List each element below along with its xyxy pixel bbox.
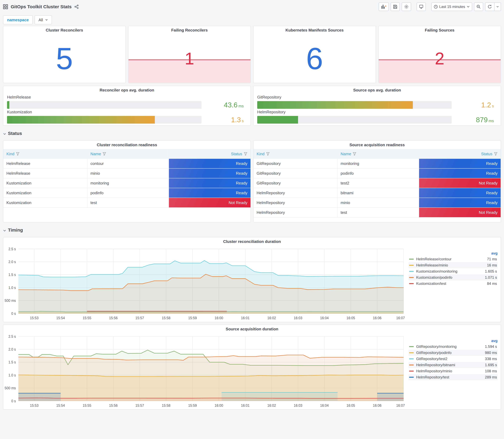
stat-panel: Kubernetes Manifests Sources6	[253, 26, 376, 83]
time-range-picker[interactable]: Last 15 minutes	[431, 2, 472, 11]
table-row: HelmReleaseminioReady	[3, 169, 250, 178]
legend-header: avg	[408, 251, 498, 256]
legend-series-avg: 71 ms	[478, 257, 497, 261]
gauge-rows: HelmRelease43.6msKustomization1.3s	[3, 95, 250, 124]
svg-text:500 ms: 500 ms	[5, 299, 16, 303]
bar-gauge-panel: Source ops avg. durationGitRepository1.2…	[253, 86, 501, 126]
chart-body: 0 s500 ms1.0 s1.5 s2.0 s2.5 s15:5315:541…	[3, 246, 501, 322]
gauge-panels-row: Reconciler ops avg. durationHelmRelease4…	[3, 86, 501, 126]
table-column-header[interactable]: Status	[419, 149, 501, 159]
chevron-down-icon	[45, 19, 48, 21]
svg-text:0 s: 0 s	[11, 399, 16, 403]
plot-area: 0 s500 ms1.0 s1.5 s2.0 s2.5 s15:5315:541…	[3, 246, 407, 322]
table-row: GitRepositorymonitoringReady	[254, 159, 501, 169]
column-header-label: Status	[231, 152, 242, 156]
legend-series-dash	[409, 365, 414, 366]
filter-funnel-icon[interactable]	[244, 152, 247, 156]
cell-name: test	[87, 198, 169, 207]
panel-title: Failing Reconcilers	[129, 26, 251, 34]
legend-item[interactable]: Kustomization/podinfo1.071 s	[408, 274, 498, 280]
gauge-value-number: 1.2	[481, 101, 491, 109]
status-badge: Ready	[419, 188, 501, 198]
legend-item[interactable]: HelmRelease/minio16 ms	[408, 262, 498, 268]
legend-series-dash	[409, 346, 414, 347]
namespace-variable-label[interactable]: namespace	[3, 15, 33, 24]
panel-title: Cluster Reconcilers	[3, 26, 125, 34]
svg-text:15:55: 15:55	[83, 316, 91, 320]
timeseries-panel: Cluster reconciliation duration0 s500 ms…	[3, 237, 501, 322]
cell-name: podinfo	[338, 169, 419, 178]
filter-funnel-icon[interactable]	[494, 152, 498, 156]
dashboard-grid-icon	[3, 4, 8, 9]
cell-kind: Kustomization	[3, 178, 87, 188]
namespace-variable-dropdown[interactable]: All	[35, 15, 52, 24]
legend-series-name: HelmRepository/test	[416, 375, 478, 379]
panel-title: Kubernetes Manifests Sources	[254, 26, 376, 34]
refresh-button[interactable]	[485, 2, 494, 11]
refresh-interval-dropdown[interactable]	[494, 2, 501, 11]
legend-item[interactable]: HelmRepository/test289 ms	[408, 374, 498, 380]
filter-funnel-icon[interactable]	[102, 152, 106, 156]
chart-body: 0 s500 ms1.0 s1.5 s2.0 s2.5 s15:5315:541…	[3, 333, 501, 409]
gauge-value-number: 879	[476, 116, 488, 124]
svg-text:16:07: 16:07	[396, 316, 405, 320]
svg-text:1.5 s: 1.5 s	[8, 273, 16, 277]
table-column-header[interactable]: Kind	[254, 149, 338, 159]
cell-name: test	[338, 208, 419, 217]
dashboard-settings-button[interactable]	[402, 2, 411, 11]
status-badge: Ready	[419, 159, 501, 168]
legend-series-name: HelmRelease/minio	[416, 263, 478, 267]
gauge-value-unit: ms	[489, 119, 494, 123]
table-column-header[interactable]: Name	[338, 149, 419, 159]
legend-item[interactable]: GitRepository/monitoring1.594 s	[408, 343, 498, 350]
filter-funnel-icon[interactable]	[353, 152, 356, 156]
cycle-view-button[interactable]	[417, 2, 426, 11]
table-row: HelmRepositorytestNot Ready	[254, 208, 501, 218]
table-column-header[interactable]: Name	[87, 149, 169, 159]
svg-text:2.0 s: 2.0 s	[8, 347, 16, 351]
toolbar: Last 15 minutes	[379, 2, 501, 11]
cell-name: bitnami	[338, 188, 419, 198]
filter-funnel-icon[interactable]	[16, 152, 20, 156]
add-panel-button[interactable]	[379, 2, 389, 11]
timeseries-svg[interactable]: 0 s500 ms1.0 s1.5 s2.0 s2.5 s15:5315:541…	[3, 333, 407, 409]
legend-series-name: GitRepository/monitoring	[416, 344, 478, 349]
status-badge: Ready	[169, 188, 250, 198]
legend-avg-header[interactable]: avg	[479, 339, 498, 343]
gauge-line: 1.2s	[257, 101, 497, 109]
cell-kind: GitRepository	[254, 178, 338, 188]
section-status[interactable]: Status	[3, 129, 501, 138]
legend-series-avg: 108 ms	[478, 369, 497, 373]
legend-item[interactable]: GitRepository/podinfo980 ms	[408, 350, 498, 356]
zoom-out-button[interactable]	[474, 2, 483, 11]
legend-avg-header[interactable]: avg	[479, 251, 498, 256]
table-column-header[interactable]: Status	[169, 149, 250, 159]
legend-item[interactable]: HelmRelease/contour71 ms	[408, 256, 498, 262]
stat-value: 2	[435, 50, 444, 67]
save-dashboard-button[interactable]	[391, 2, 400, 11]
gauge-value: 1.3s	[201, 116, 247, 124]
legend-series-avg: 980 ms	[478, 351, 497, 355]
svg-text:16:02: 16:02	[267, 403, 276, 407]
filter-funnel-icon[interactable]	[266, 152, 270, 156]
legend-item[interactable]: HelmRepository/minio108 ms	[408, 368, 498, 374]
legend-item[interactable]: HelmRepository/bitnami1.695 s	[408, 362, 498, 368]
legend-series-dash	[409, 352, 414, 353]
column-header-label: Name	[90, 152, 101, 156]
chart-legend: avgHelmRelease/contour71 msHelmRelease/m…	[407, 246, 501, 322]
svg-text:15:53: 15:53	[30, 403, 38, 407]
table-panel: Cluster reconciliation readinessKindName…	[3, 140, 251, 222]
share-icon[interactable]	[74, 5, 79, 9]
readiness-table: KindNameStatusGitRepositorymonitoringRea…	[254, 149, 501, 222]
table-row: KustomizationtestNot Ready	[3, 198, 250, 208]
timeseries-svg[interactable]: 0 s500 ms1.0 s1.5 s2.0 s2.5 s15:5315:541…	[3, 246, 407, 322]
legend-series-name: HelmRepository/bitnami	[416, 363, 478, 367]
section-timing[interactable]: Timing	[3, 225, 501, 235]
legend-item[interactable]: GitRepository/test2338 ms	[408, 356, 498, 362]
legend-item[interactable]: Kustomization/monitoring1.605 s	[408, 268, 498, 274]
panel-title: Reconciler ops avg. duration	[3, 86, 250, 94]
table-column-header[interactable]: Kind	[3, 149, 87, 159]
table-row: GitRepositorytest2Not Ready	[254, 178, 501, 188]
panel-title: Source acquisition readiness	[254, 141, 501, 149]
legend-item[interactable]: Kustomization/test84 ms	[408, 280, 498, 287]
